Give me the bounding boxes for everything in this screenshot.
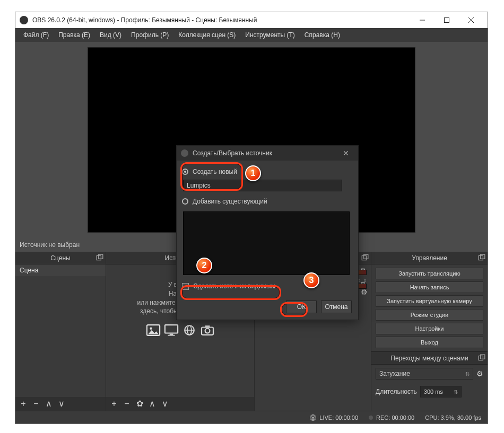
transition-gear-icon[interactable]: ⚙ xyxy=(476,369,483,378)
menu-profile[interactable]: Профиль (P) xyxy=(126,28,173,42)
radio-selected-icon xyxy=(182,169,188,175)
svg-rect-12 xyxy=(168,335,175,336)
dialog-title: Создать/Выбрать источник xyxy=(193,149,338,157)
transition-select[interactable]: Затухание ⇅ xyxy=(376,368,473,379)
popout-icon[interactable] xyxy=(478,254,485,261)
chevron-updown-icon: ⇅ xyxy=(454,389,458,395)
settings-button[interactable]: Настройки xyxy=(376,323,483,334)
start-record-button[interactable]: Начать запись xyxy=(376,281,483,293)
popout-icon[interactable] xyxy=(478,354,485,361)
svg-point-9 xyxy=(150,328,152,330)
camera-icon xyxy=(200,324,215,336)
scene-up-button[interactable]: ∧ xyxy=(44,400,54,408)
scenes-header: Сцены xyxy=(15,252,106,264)
menu-edit[interactable]: Правка (E) xyxy=(54,28,95,42)
menu-scene-collection[interactable]: Коллекция сцен (S) xyxy=(173,28,240,42)
svg-rect-17 xyxy=(205,325,210,328)
source-up-button[interactable]: ∧ xyxy=(147,400,157,408)
menu-file[interactable]: Файл (F) xyxy=(19,28,54,42)
scenes-dock: Сцены Сцена + − ∧ ∨ xyxy=(15,252,106,411)
chevron-updown-icon: ⇅ xyxy=(465,371,470,377)
exit-button[interactable]: Выход xyxy=(376,337,483,348)
svg-point-25 xyxy=(312,417,314,419)
menubar: Файл (F) Правка (E) Вид (V) Профиль (P) … xyxy=(15,28,488,42)
menu-view[interactable]: Вид (V) xyxy=(95,28,126,42)
svg-rect-1 xyxy=(445,18,449,23)
existing-sources-list[interactable] xyxy=(183,211,350,275)
display-icon xyxy=(164,324,179,336)
transitions-title: Переходы между сценами xyxy=(390,355,468,362)
studio-mode-button[interactable]: Режим студии xyxy=(376,309,483,321)
source-name-input[interactable]: Lumpics xyxy=(183,180,342,191)
dialog-body: Создать новый Lumpics Добавить существую… xyxy=(177,161,358,295)
obs-logo-icon xyxy=(181,149,188,157)
ok-button[interactable]: ОК xyxy=(286,301,317,313)
popout-icon[interactable] xyxy=(361,254,369,261)
add-scene-button[interactable]: + xyxy=(19,400,28,408)
dialog-close-button[interactable]: ✕ xyxy=(338,146,354,161)
source-down-button[interactable]: ∨ xyxy=(160,400,170,408)
controls-body: Запустить трансляцию Начать запись Запус… xyxy=(371,264,488,411)
menu-help[interactable]: Справка (H) xyxy=(300,28,345,42)
scene-down-button[interactable]: ∨ xyxy=(57,400,66,408)
duration-label: Длительность xyxy=(376,388,417,395)
start-stream-button[interactable]: Запустить трансляцию xyxy=(376,268,483,279)
transitions-panel: Переходы между сценами Затухание ⇅ ⚙ Дли… xyxy=(371,351,488,401)
maximize-button[interactable] xyxy=(435,12,459,28)
svg-rect-10 xyxy=(164,325,177,333)
add-existing-radio[interactable]: Добавить существующий xyxy=(182,196,353,207)
source-props-button[interactable]: ✿ xyxy=(135,400,144,408)
svg-rect-11 xyxy=(169,334,173,335)
scenes-list[interactable]: Сцена xyxy=(15,264,106,397)
controls-title: Управление xyxy=(412,254,447,262)
duration-input[interactable]: 300 ms ⇅ xyxy=(420,386,462,397)
rec-dot-icon xyxy=(369,416,373,420)
svg-point-18 xyxy=(205,329,210,333)
checkbox-checked-icon: ✓ xyxy=(182,283,189,290)
scene-item[interactable]: Сцена xyxy=(15,264,106,276)
remove-source-button[interactable]: − xyxy=(122,400,132,408)
create-new-radio[interactable]: Создать новый xyxy=(182,166,353,178)
scenes-title: Сцены xyxy=(50,254,70,262)
window-buttons xyxy=(410,12,483,28)
create-source-dialog: Создать/Выбрать источник ✕ Создать новый… xyxy=(176,145,359,320)
sources-toolbar: + − ✿ ∧ ∨ xyxy=(106,397,254,411)
globe-icon xyxy=(182,324,197,336)
broadcast-icon xyxy=(310,414,316,421)
dialog-buttons: ОК Отмена xyxy=(177,295,358,320)
controls-header: Управление xyxy=(371,252,488,264)
status-live: LIVE: 00:00:00 xyxy=(310,414,358,421)
controls-dock: Управление Запустить трансляцию Начать з… xyxy=(371,252,488,411)
obs-logo-icon xyxy=(20,16,28,24)
source-type-icons xyxy=(106,324,254,336)
statusbar: LIVE: 00:00:00 REC: 00:00:00 CPU: 3.9%, … xyxy=(15,411,488,423)
ch2-settings-icon[interactable]: ⚙ xyxy=(361,288,368,296)
menu-tools[interactable]: Инструменты (T) xyxy=(240,28,299,42)
remove-scene-button[interactable]: − xyxy=(31,400,41,408)
popout-icon[interactable] xyxy=(96,254,103,261)
image-icon xyxy=(146,324,161,336)
status-rec: REC: 00:00:00 xyxy=(369,414,414,421)
status-cpu: CPU: 3.9%, 30.00 fps xyxy=(425,414,481,421)
scenes-toolbar: + − ∧ ∨ xyxy=(15,397,106,411)
make-visible-checkbox[interactable]: ✓ Сделать источник видимым xyxy=(182,282,353,290)
cancel-button[interactable]: Отмена xyxy=(321,301,352,313)
radio-unselected-icon xyxy=(182,198,188,205)
close-button[interactable] xyxy=(459,12,483,28)
add-source-button[interactable]: + xyxy=(109,400,119,408)
dialog-titlebar: Создать/Выбрать источник ✕ xyxy=(177,146,358,161)
window-title: OBS 26.0.2 (64-bit, windows) - Профиль: … xyxy=(32,16,410,24)
minimize-button[interactable] xyxy=(410,12,435,28)
titlebar: OBS 26.0.2 (64-bit, windows) - Профиль: … xyxy=(15,12,488,28)
start-vcam-button[interactable]: Запустить виртуальную камеру xyxy=(376,295,483,307)
